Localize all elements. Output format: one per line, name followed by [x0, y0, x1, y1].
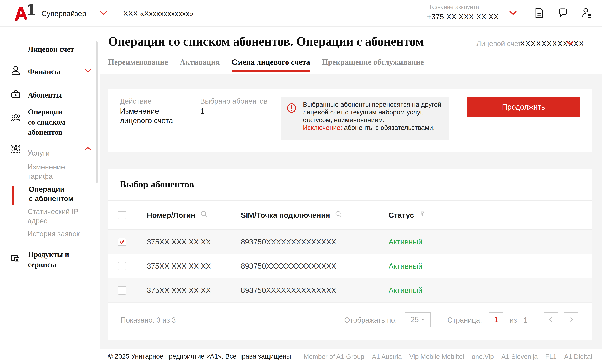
- column-label: Номер/Логин: [147, 211, 195, 220]
- column-header-number: Номер/Логин: [136, 201, 230, 229]
- previous-page-button[interactable]: [544, 312, 558, 327]
- footer-link-a1-slovenija[interactable]: A1 Slovenija: [501, 353, 538, 360]
- sidebar-item-products-services[interactable]: Продукты и сервисы: [28, 249, 92, 270]
- chat-icon[interactable]: [558, 7, 568, 19]
- row-checkbox[interactable]: [118, 262, 126, 270]
- footer-link-a1-group[interactable]: Member of A1 Group: [303, 353, 364, 360]
- chevron-left-icon: [548, 317, 554, 322]
- table-body: 375XX XXX XX XX 893750XXXXXXXXXXXXXX Акт…: [108, 230, 592, 303]
- search-icon[interactable]: [200, 210, 208, 220]
- cell-status: Активный: [378, 278, 592, 302]
- header-divider: [415, 0, 415, 26]
- filter-icon[interactable]: [418, 210, 426, 220]
- footer-link-a1-digital[interactable]: A1 Digital: [564, 353, 592, 360]
- personal-account-value[interactable]: XXXXXXXXXXXX: [520, 39, 584, 48]
- footer-link-a1-austria[interactable]: A1 Austria: [372, 353, 402, 360]
- profile-list-icon[interactable]: [581, 7, 592, 19]
- account-phone-value[interactable]: +375 XX XXX XX XX: [427, 12, 499, 21]
- tab-activation[interactable]: Активация: [180, 58, 220, 72]
- logo-letter: А: [14, 4, 28, 23]
- chevron-down-icon[interactable]: [100, 11, 107, 16]
- shown-count-label: Показано: 3 из 3: [121, 316, 176, 324]
- document-icon[interactable]: [534, 7, 545, 19]
- tab-account-change[interactable]: Смена лицевого счета: [232, 58, 310, 72]
- footer-link-vip-mobile[interactable]: Vip Mobile Mobiltel: [409, 353, 464, 360]
- header-divider: [526, 0, 526, 26]
- warning-exception-text: абоненты с обязательствами.: [342, 124, 435, 131]
- sidebar-item-subscribers[interactable]: Абоненты: [28, 90, 92, 100]
- footer-links: Member of A1 Group A1 Austria Vip Mobile…: [303, 353, 592, 360]
- devices-icon: [10, 253, 21, 264]
- table-header-row: Номер/Логин SIM/Точка подключения Статус: [108, 200, 592, 230]
- continue-button[interactable]: Продолжить: [467, 97, 580, 117]
- footer-link-one-vip[interactable]: one.Vip: [472, 353, 494, 360]
- search-icon[interactable]: [334, 210, 343, 220]
- warning-icon: [287, 103, 297, 113]
- subscriber-selection-card: Выбор абонентов Номер/Логин SIM/Точка по…: [108, 169, 592, 340]
- chevron-right-icon: [569, 317, 574, 322]
- chevron-down-icon[interactable]: [85, 69, 91, 74]
- role-dropdown-label[interactable]: Супервайзер: [42, 9, 86, 18]
- cell-sim: 893750XXXXXXXXXXXXXX: [230, 254, 378, 278]
- tab-service-termination[interactable]: Прекращение обслуживание: [322, 58, 424, 72]
- a1-logo[interactable]: 1 А: [14, 1, 40, 26]
- page-of-label: из: [510, 316, 517, 324]
- column-label: Статус: [388, 211, 414, 220]
- sidebar-item-request-history[interactable]: История заявок: [28, 229, 93, 238]
- table-row[interactable]: 375XX XXX XX XX 893750XXXXXXXXXXXXXX Акт…: [108, 230, 592, 254]
- column-header-status: Статус: [378, 201, 592, 229]
- sidebar-nav: Лицевой счет Финансы Абоненты Операции с…: [0, 27, 100, 364]
- pagination-bar: Показано: 3 из 3 Отображать по: 25 Стран…: [108, 303, 592, 340]
- page-header-band: Операции со списком абонентов. Операции …: [100, 27, 602, 74]
- chevron-down-icon[interactable]: [567, 41, 573, 46]
- row-checkbox[interactable]: [118, 286, 126, 295]
- action-label: Действие: [120, 97, 151, 105]
- cell-status: Активный: [378, 254, 592, 278]
- personal-account-label: Лицевой счет: [476, 40, 521, 48]
- page-label: Страница:: [447, 316, 482, 324]
- active-item-indicator: [12, 186, 14, 205]
- table-row[interactable]: 375XX XXX XX XX 893750XXXXXXXXXXXXXX Акт…: [108, 278, 592, 303]
- copyright-text: © 2025 Унитарное предприятие «А1». Все п…: [108, 353, 293, 360]
- cell-number: 375XX XXX XX XX: [136, 278, 230, 302]
- sidebar-item-subscriber-list-operations[interactable]: Операции со списком абонентов: [28, 107, 92, 137]
- row-checkbox-cell: [108, 278, 136, 302]
- next-page-button[interactable]: [564, 312, 578, 327]
- top-header: 1 А Супервайзер ХХХ «Хххххххххххх» Назва…: [0, 0, 602, 27]
- chevron-down-icon: [421, 319, 425, 321]
- briefcase-icon: [10, 89, 21, 100]
- sidebar-item-tariff-change[interactable]: Изменение тарифа: [28, 162, 93, 181]
- page-title: Операции со списком абонентов. Операции …: [108, 34, 424, 48]
- per-page-select[interactable]: 25: [405, 312, 431, 327]
- tab-rename[interactable]: Переименование: [108, 58, 168, 72]
- sidebar-item-personal-account[interactable]: Лицевой счет: [28, 44, 92, 54]
- sidebar-item-services[interactable]: Услуги: [28, 148, 93, 158]
- sidebar-item-finance[interactable]: Финансы: [28, 66, 92, 77]
- cell-sim: 893750XXXXXXXXXXXXXX: [230, 230, 378, 254]
- sidebar-item-static-ip[interactable]: Статический IP- адрес: [28, 207, 93, 225]
- table-row[interactable]: 375XX XXX XX XX 893750XXXXXXXXXXXXXX Акт…: [108, 254, 592, 278]
- tab-bar: Переименование Активация Смена лицевого …: [108, 58, 424, 72]
- sidebar-item-subscriber-operations[interactable]: Операции с абонентом: [29, 184, 94, 203]
- column-header-sim: SIM/Точка подключения: [230, 201, 378, 229]
- warning-main-text: Выбранные абоненты переносятся на другой…: [303, 101, 441, 123]
- logo-digit: 1: [27, 1, 36, 18]
- chevron-down-icon[interactable]: [509, 11, 517, 16]
- total-pages-value: 1: [524, 316, 527, 324]
- row-checkbox[interactable]: [118, 238, 126, 246]
- warning-panel: Выбранные абоненты переносятся на другой…: [281, 97, 449, 140]
- select-all-checkbox[interactable]: [118, 211, 126, 219]
- cell-sim: 893750XXXXXXXXXXXXXX: [230, 278, 378, 302]
- per-page-value: 25: [411, 316, 419, 324]
- per-page-label: Отображать по:: [344, 316, 397, 324]
- column-label: SIM/Точка подключения: [241, 211, 330, 220]
- operation-summary-card: Действие Изменение лицевого счета Выбран…: [108, 89, 592, 152]
- company-name: ХХХ «Хххххххххххх»: [123, 9, 194, 18]
- sidebar-scrollbar[interactable]: [96, 41, 98, 183]
- footer-link-fl1[interactable]: FL1: [545, 353, 557, 360]
- people-network-icon: [10, 143, 21, 154]
- cell-number: 375XX XXX XX XX: [136, 254, 230, 278]
- row-checkbox-cell: [108, 254, 136, 278]
- warning-text: Выбранные абоненты переносятся на другой…: [303, 101, 447, 131]
- page-number-input[interactable]: 1: [489, 312, 503, 327]
